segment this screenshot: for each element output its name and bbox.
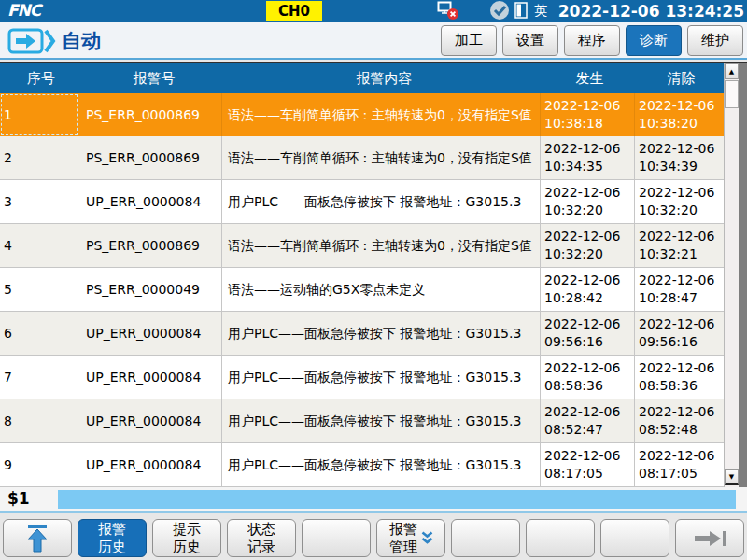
cell-content: 用户PLC——面板急停被按下 报警地址：G3015.3 (222, 443, 541, 486)
cnc-screen: FNC CH0 (0, 0, 747, 560)
cell-content: 语法——运动轴的G5X零点未定义 (222, 268, 541, 311)
right-edge-strip (739, 63, 747, 487)
softkey-next-page[interactable] (675, 519, 744, 557)
softkey-status-record[interactable]: 状态记录 (227, 519, 296, 557)
cell-occurred: 2022-12-06 10:34:35 (541, 136, 635, 179)
topbar-status-icons: 英 (437, 0, 547, 22)
tab-program[interactable]: 程序 (564, 25, 620, 56)
table-row[interactable]: 3UP_ERR_0000084用户PLC——面板急停被按下 报警地址：G3015… (0, 180, 724, 224)
cell-occurred: 2022-12-06 08:17:05 (541, 443, 635, 486)
softkey-scroll-top[interactable] (3, 519, 72, 557)
input-language-indicator[interactable]: 英 (534, 3, 547, 20)
cell-no: 2 (0, 136, 78, 179)
tab-diagnosis[interactable]: 诊断 (626, 25, 682, 56)
table-row[interactable]: 2PS_ERR_0000869语法——车削简单循环：主轴转速为0，没有指定S值2… (0, 136, 724, 180)
cell-occurred: 2022-12-06 08:52:47 (541, 399, 635, 442)
column-header: 发生 (541, 63, 635, 93)
cell-cleared: 2022-12-06 09:56:16 (635, 312, 724, 355)
cell-no: 6 (0, 312, 78, 355)
brand-logo: FNC (7, 1, 40, 20)
cell-content: 语法——车削简单循环：主轴转速为0，没有指定S值 (222, 93, 541, 136)
cell-cleared: 2022-12-06 10:32:21 (635, 224, 724, 267)
datetime-display: 2022-12-06 13:24:25 (558, 2, 744, 21)
cell-code: UP_ERR_0000084 (78, 399, 222, 442)
cell-occurred: 2022-12-06 10:32:20 (541, 180, 635, 223)
softkey-bar: 报警历史提示历史状态记录报警管理 (0, 511, 747, 560)
cell-cleared: 2022-12-06 08:52:48 (635, 399, 724, 442)
mode-bar: 自动 加工设置程序诊断维护 (0, 22, 747, 60)
channel-badge: CH0 (266, 1, 322, 21)
cell-code: UP_ERR_0000084 (78, 356, 222, 399)
cell-cleared: 2022-12-06 08:17:05 (635, 443, 724, 486)
cell-no: 9 (0, 443, 78, 486)
cell-occurred: 2022-12-06 10:28:42 (541, 268, 635, 311)
network-disconnected-icon (437, 0, 459, 23)
table-row[interactable]: 8UP_ERR_0000084用户PLC——面板急停被按下 报警地址：G3015… (0, 399, 724, 443)
cell-code: UP_ERR_0000084 (78, 312, 222, 355)
scroll-up-arrow[interactable]: ▲ (725, 63, 739, 79)
softkey-prompt-history[interactable]: 提示历史 (152, 519, 221, 557)
softkey-empty-1[interactable] (302, 519, 371, 557)
softkey-label: 报警管理 (388, 521, 419, 555)
table-row[interactable]: 5PS_ERR_0000049语法——运动轴的G5X零点未定义2022-12-0… (0, 268, 724, 312)
tab-settings[interactable]: 设置 (502, 25, 558, 56)
table-row[interactable]: 1PS_ERR_0000869语法——车削简单循环：主轴转速为0，没有指定S值2… (0, 93, 724, 136)
softkey-empty-3[interactable] (526, 519, 595, 557)
column-header: 清除 (635, 63, 724, 93)
table-row[interactable]: 6UP_ERR_0000084用户PLC——面板急停被按下 报警地址：G3015… (0, 312, 724, 356)
column-header: 报警内容 (222, 63, 541, 93)
cell-content: 用户PLC——面板急停被按下 报警地址：G3015.3 (222, 312, 541, 355)
scroll-down-arrow[interactable]: ▼ (725, 469, 739, 485)
tab-maintenance[interactable]: 维护 (687, 25, 743, 56)
main-tabs: 加工设置程序诊断维护 (441, 25, 743, 56)
vertical-scrollbar[interactable]: ▲ ▼ (724, 63, 739, 487)
auto-mode-icon (7, 28, 56, 57)
table-row[interactable]: 4PS_ERR_0000869语法——车削简单循环：主轴转速为0，没有指定S值2… (0, 224, 724, 268)
table-header-row: 序号报警号报警内容发生清除 (0, 63, 724, 93)
softkey-empty-2[interactable] (451, 519, 520, 557)
tab-machining[interactable]: 加工 (441, 25, 497, 56)
status-bar: $1 (0, 487, 747, 511)
cell-content: 语法——车削简单循环：主轴转速为0，没有指定S值 (222, 136, 541, 179)
table-row[interactable]: 7UP_ERR_0000084用户PLC——面板急停被按下 报警地址：G3015… (0, 356, 724, 399)
softkey-label: 报警历史 (96, 521, 128, 555)
cell-content: 用户PLC——面板急停被按下 报警地址：G3015.3 (222, 356, 541, 399)
softkey-alarm-management[interactable]: 报警管理 (376, 519, 445, 557)
status-progress-strip (58, 490, 736, 509)
softkey-alarm-history[interactable]: 报警历史 (78, 519, 147, 557)
table-row[interactable]: 9UP_ERR_0000084用户PLC——面板急停被按下 报警地址：G3015… (0, 443, 724, 487)
cell-code: PS_ERR_0000869 (78, 93, 222, 136)
cell-cleared: 2022-12-06 10:34:39 (635, 136, 724, 179)
cell-no: 1 (0, 93, 78, 136)
channel-label: $1 (7, 489, 30, 508)
cell-cleared: 2022-12-06 10:32:20 (635, 180, 724, 223)
scroll-top-icon (25, 524, 49, 553)
cell-cleared: 2022-12-06 10:38:20 (635, 93, 724, 136)
check-status-icon (489, 0, 510, 23)
softkey-label: 提示历史 (171, 521, 203, 555)
softkey-empty-4[interactable] (600, 519, 669, 557)
topbar: FNC CH0 (0, 0, 747, 22)
cell-content: 用户PLC——面板急停被按下 报警地址：G3015.3 (222, 180, 541, 223)
next-page-icon (693, 527, 726, 550)
cell-content: 用户PLC——面板急停被按下 报警地址：G3015.3 (222, 399, 541, 442)
chevron-double-down-icon (420, 531, 434, 545)
cell-occurred: 2022-12-06 10:32:20 (541, 224, 635, 267)
alarm-history-table: 序号报警号报警内容发生清除 1PS_ERR_0000869语法——车削简单循环：… (0, 62, 747, 487)
cell-code: PS_ERR_0000049 (78, 268, 222, 311)
cell-code: PS_ERR_0000869 (78, 224, 222, 267)
cell-no: 5 (0, 268, 78, 311)
cell-no: 8 (0, 399, 78, 442)
cell-no: 3 (0, 180, 78, 223)
cell-occurred: 2022-12-06 09:56:16 (541, 312, 635, 355)
cell-code: UP_ERR_0000084 (78, 180, 222, 223)
cell-code: UP_ERR_0000084 (78, 443, 222, 486)
softkey-label: 状态记录 (246, 521, 277, 555)
table-body: 1PS_ERR_0000869语法——车削简单循环：主轴转速为0，没有指定S值2… (0, 93, 724, 487)
book-icon (514, 2, 528, 21)
cell-no: 7 (0, 356, 78, 399)
cell-occurred: 2022-12-06 08:58:36 (541, 356, 635, 399)
cell-code: PS_ERR_0000869 (78, 136, 222, 179)
column-header: 报警号 (78, 63, 222, 93)
scrollbar-thumb[interactable] (725, 80, 739, 108)
